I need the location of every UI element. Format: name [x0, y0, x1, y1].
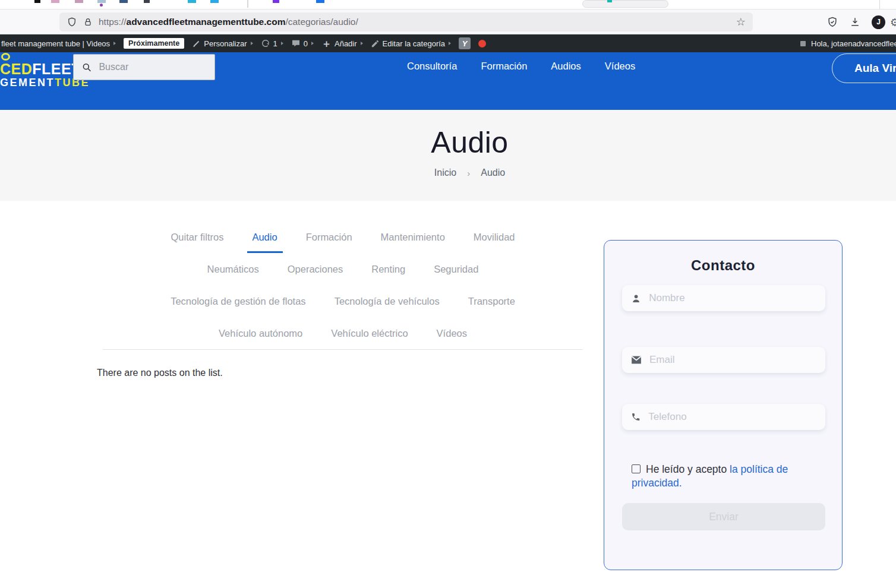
admin-site-name[interactable]: fleet management tube | Videos	[1, 39, 116, 48]
bookmark-star-icon[interactable]: ☆	[736, 17, 746, 27]
email-field[interactable]	[622, 347, 825, 373]
filter-mantenimiento[interactable]: Mantenimiento	[381, 232, 445, 243]
caret-icon	[251, 42, 253, 45]
filter-vehiculo-electrico[interactable]: Vehículo eléctrico	[331, 328, 408, 339]
window-divider	[879, 0, 880, 10]
url-text: https://advancedfleetmanagementtube.com/…	[99, 17, 730, 27]
filter-audio-active[interactable]: Audio	[252, 232, 277, 243]
filter-seguridad[interactable]: Seguridad	[434, 264, 478, 275]
account-avatar[interactable]: J	[872, 15, 885, 29]
tab-favicon-fragment	[316, 0, 324, 3]
protections-shield-icon[interactable]	[826, 16, 838, 28]
tab-favicon-fragment	[188, 0, 196, 3]
filter-vehiculo-autonomo[interactable]: Vehículo autónomo	[219, 328, 302, 339]
yoast-seo-icon[interactable]: Y	[459, 37, 471, 49]
search-input[interactable]	[99, 62, 206, 72]
tab-ghost	[582, 0, 668, 8]
comment-bubble-icon	[291, 39, 301, 48]
lock-icon[interactable]	[83, 17, 93, 27]
tab-favicon-fragment	[119, 0, 128, 3]
admin-customize[interactable]: Personalizar	[192, 39, 253, 48]
category-filters: Quitar filtros Audio Formación Mantenimi…	[103, 201, 583, 349]
tab-favicon-fragment	[97, 0, 106, 3]
breadcrumb-home[interactable]: Inicio	[434, 167, 456, 178]
filter-movilidad[interactable]: Movilidad	[474, 232, 515, 243]
name-input[interactable]	[649, 292, 816, 304]
tab-favicon-fragment	[75, 0, 83, 3]
search-box[interactable]	[73, 54, 215, 80]
person-icon	[631, 293, 641, 304]
page-title: Audio	[97, 124, 843, 161]
coming-soon-badge[interactable]: Próximamente	[124, 38, 184, 49]
nav-videos[interactable]: Vídeos	[605, 61, 635, 72]
privacy-consent: He leído y acepto la política de privaci…	[632, 463, 822, 491]
filter-renting[interactable]: Renting	[371, 264, 405, 275]
admin-updates[interactable]: 1	[261, 39, 283, 48]
plus-icon: ＋	[321, 37, 332, 50]
wp-admin-bar: fleet management tube | Videos Próximame…	[0, 34, 896, 52]
page-hero: Audio Inicio › Audio	[0, 110, 896, 201]
browser-toolbar: https://advancedfleetmanagementtube.com/…	[0, 10, 896, 34]
admin-comments[interactable]: 0	[291, 39, 314, 48]
mini-avatar-icon	[800, 41, 806, 46]
browser-window: https://advancedfleetmanagementtube.com/…	[0, 0, 896, 588]
filter-operaciones[interactable]: Operaciones	[288, 264, 343, 275]
site-header: CEDFLEET GEMENTTUBE Consultoría Formació…	[0, 52, 896, 110]
contact-card: Contacto He leído y acepto la política d…	[604, 240, 843, 570]
nav-audios[interactable]: Audios	[551, 61, 580, 72]
tab-favicon-fragment	[210, 0, 219, 3]
caret-icon	[311, 42, 314, 45]
tab-favicon-fragment	[34, 0, 40, 3]
admin-account-menu[interactable]: Hola, jotaenadvancedflee	[800, 34, 896, 52]
caret-icon	[449, 42, 451, 45]
brush-icon	[192, 39, 201, 48]
extension-icon[interactable]: ⚙	[890, 16, 896, 28]
tab-favicon-fragment	[144, 0, 150, 3]
aula-virtual-button[interactable]: Aula Virtual	[832, 53, 896, 83]
pencil-icon	[371, 39, 380, 48]
tracking-shield-icon[interactable]	[67, 17, 77, 27]
logo-text-line1: CEDFLEET	[0, 61, 81, 78]
privacy-checkbox[interactable]	[632, 464, 641, 473]
caret-icon	[113, 42, 116, 45]
chevron-right-icon: ›	[467, 168, 470, 178]
seo-status-red-icon	[478, 40, 486, 48]
phone-input[interactable]	[648, 411, 816, 423]
breadcrumb: Inicio › Audio	[97, 167, 843, 178]
phone-field[interactable]	[622, 404, 825, 430]
tab-strip	[0, 0, 896, 10]
main-navigation: Consultoría Formación Audios Vídeos	[407, 61, 635, 72]
search-icon	[82, 62, 92, 73]
filter-quitar-filtros[interactable]: Quitar filtros	[171, 232, 223, 243]
main-content: Quitar filtros Audio Formación Mantenimi…	[0, 201, 896, 588]
contact-title: Contacto	[604, 257, 842, 274]
breadcrumb-current: Audio	[481, 167, 505, 178]
caret-icon	[281, 42, 283, 45]
name-field[interactable]	[622, 285, 825, 311]
nav-consultoria[interactable]: Consultoría	[407, 61, 457, 72]
download-icon[interactable]	[849, 16, 861, 28]
address-bar[interactable]: https://advancedfleetmanagementtube.com/…	[59, 12, 753, 31]
filter-formacion[interactable]: Formación	[306, 232, 352, 243]
tab-divider	[247, 0, 248, 8]
phone-icon	[631, 412, 641, 422]
tab-favicon-fragment	[51, 0, 59, 3]
admin-add-new[interactable]: ＋ Añadir	[321, 37, 363, 50]
nav-formacion[interactable]: Formación	[481, 61, 527, 72]
notification-dot	[100, 4, 103, 7]
filter-tecnologia-gestion-flotas[interactable]: Tecnología de gestión de flotas	[171, 296, 306, 307]
tab-favicon-fragment	[273, 0, 279, 3]
admin-edit-category[interactable]: Editar la categoría	[371, 39, 452, 48]
email-input[interactable]	[649, 354, 816, 366]
filter-videos[interactable]: Vídeos	[437, 328, 467, 339]
consent-text: He leído y acepto	[646, 463, 730, 475]
update-icon	[261, 39, 270, 48]
tab-favicon-fragment	[607, 0, 612, 2]
filter-transporte[interactable]: Transporte	[468, 296, 515, 307]
submit-button[interactable]: Enviar	[622, 503, 825, 530]
filter-tecnologia-vehiculos[interactable]: Tecnología de vehículos	[335, 296, 440, 307]
logo-badge-icon	[1, 53, 10, 61]
divider	[103, 349, 583, 350]
envelope-icon	[631, 355, 642, 365]
filter-neumaticos[interactable]: Neumáticos	[207, 264, 259, 275]
